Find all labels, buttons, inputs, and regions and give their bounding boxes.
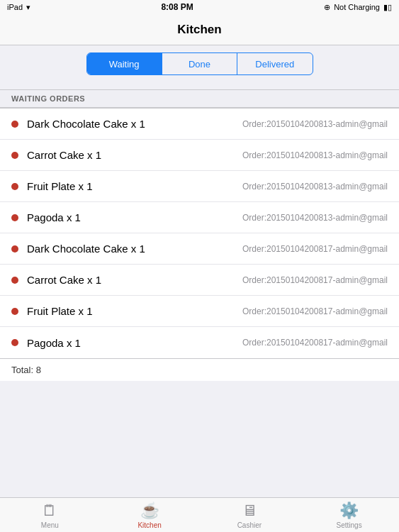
segment-control-wrap: Waiting Done Delivered bbox=[0, 45, 399, 82]
section-header: WAITING ORDERS bbox=[0, 89, 399, 108]
status-time: 8:08 PM bbox=[161, 2, 193, 12]
table-row: Carrot Cake x 1 Order:20150104200817-adm… bbox=[0, 265, 399, 296]
segment-control: Waiting Done Delivered bbox=[86, 52, 313, 75]
content-area: WAITING ORDERS Dark Chocolate Cake x 1 O… bbox=[0, 82, 399, 499]
order-id: Order:20150104200813-admin@gmail bbox=[242, 150, 388, 160]
order-label: Dark Chocolate Cake x 1 bbox=[27, 243, 242, 255]
carrier-label: iPad bbox=[7, 3, 23, 11]
order-label: Dark Chocolate Cake x 1 bbox=[27, 118, 242, 130]
status-dot bbox=[11, 308, 18, 315]
kitchen-label: Kitchen bbox=[137, 521, 161, 529]
tab-bar: 🗒 Menu ☕ Kitchen 🖥 Cashier ⚙️ Settings bbox=[0, 497, 399, 532]
tab-menu[interactable]: 🗒 Menu bbox=[0, 498, 100, 532]
tab-waiting[interactable]: Waiting bbox=[87, 53, 162, 74]
tab-kitchen[interactable]: ☕ Kitchen bbox=[100, 498, 200, 532]
menu-label: Menu bbox=[41, 521, 59, 529]
status-dot bbox=[11, 121, 18, 128]
battery-icon: ▮▯ bbox=[383, 3, 392, 12]
charging-label: Not Charging bbox=[334, 3, 380, 11]
table-row: Pagoda x 1 Order:20150104200813-admin@gm… bbox=[0, 202, 399, 233]
rotation-lock-icon: ⊕ bbox=[324, 3, 330, 12]
order-id: Order:20150104200817-admin@gmail bbox=[242, 338, 388, 348]
total-footer: Total: 8 bbox=[0, 358, 399, 381]
nav-bar: Kitchen bbox=[0, 14, 399, 45]
orders-table: Dark Chocolate Cake x 1 Order:2015010420… bbox=[0, 108, 399, 358]
order-id: Order:20150104200817-admin@gmail bbox=[242, 275, 388, 285]
cashier-icon: 🖥 bbox=[242, 501, 257, 520]
status-dot bbox=[11, 152, 18, 159]
table-row: Dark Chocolate Cake x 1 Order:2015010420… bbox=[0, 233, 399, 265]
order-label: Fruit Plate x 1 bbox=[27, 305, 242, 317]
menu-icon: 🗒 bbox=[42, 501, 57, 520]
status-bar: iPad ▾ 8:08 PM ⊕ Not Charging ▮▯ bbox=[0, 0, 399, 14]
settings-label: Settings bbox=[337, 521, 362, 529]
kitchen-icon: ☕ bbox=[140, 501, 159, 520]
order-id: Order:20150104200817-admin@gmail bbox=[242, 306, 388, 316]
status-right: ⊕ Not Charging ▮▯ bbox=[324, 3, 392, 12]
order-label: Pagoda x 1 bbox=[27, 337, 242, 349]
order-id: Order:20150104200813-admin@gmail bbox=[242, 182, 388, 192]
page-title: Kitchen bbox=[177, 23, 221, 37]
tab-done[interactable]: Done bbox=[162, 53, 237, 74]
order-label: Pagoda x 1 bbox=[27, 211, 242, 223]
cashier-label: Cashier bbox=[237, 521, 262, 529]
order-label: Fruit Plate x 1 bbox=[27, 180, 242, 192]
table-row: Fruit Plate x 1 Order:20150104200813-adm… bbox=[0, 171, 399, 202]
settings-icon: ⚙️ bbox=[339, 501, 359, 520]
tab-settings[interactable]: ⚙️ Settings bbox=[299, 498, 399, 532]
order-id: Order:20150104200813-admin@gmail bbox=[242, 213, 388, 223]
table-row: Carrot Cake x 1 Order:20150104200813-adm… bbox=[0, 140, 399, 171]
table-row: Fruit Plate x 1 Order:20150104200817-adm… bbox=[0, 296, 399, 327]
status-dot bbox=[11, 214, 18, 221]
order-label: Carrot Cake x 1 bbox=[27, 274, 242, 286]
wifi-icon: ▾ bbox=[26, 3, 30, 12]
status-dot bbox=[11, 277, 18, 284]
order-id: Order:20150104200817-admin@gmail bbox=[242, 244, 388, 254]
tab-cashier[interactable]: 🖥 Cashier bbox=[200, 498, 300, 532]
status-dot bbox=[11, 183, 18, 190]
table-row: Pagoda x 1 Order:20150104200817-admin@gm… bbox=[0, 327, 399, 358]
order-id: Order:20150104200813-admin@gmail bbox=[242, 119, 388, 129]
status-dot bbox=[11, 339, 18, 346]
status-left: iPad ▾ bbox=[7, 3, 30, 12]
table-row: Dark Chocolate Cake x 1 Order:2015010420… bbox=[0, 109, 399, 140]
status-dot bbox=[11, 245, 18, 253]
order-label: Carrot Cake x 1 bbox=[27, 149, 242, 161]
tab-delivered[interactable]: Delivered bbox=[237, 53, 312, 74]
